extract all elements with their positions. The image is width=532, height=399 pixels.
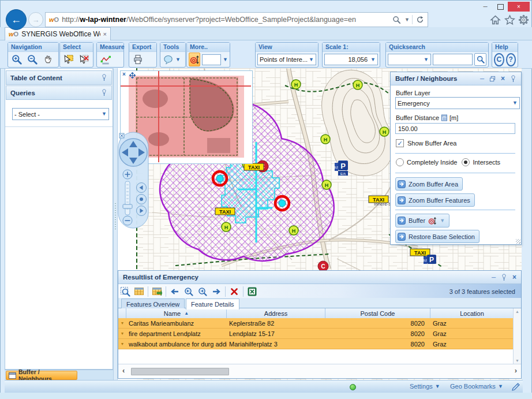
home-icon[interactable]	[490, 14, 501, 25]
show-buffer-area-checkbox[interactable]: ✓	[396, 139, 404, 147]
table-row[interactable]: ▾ walkabout ambulance for durg addict Ma…	[118, 339, 514, 349]
row-menu-icon[interactable]: ▾	[121, 341, 123, 346]
zoom-previous-button[interactable]	[182, 285, 196, 299]
settings-menu[interactable]: Settings▼	[410, 383, 440, 390]
zoom-to-selection-button[interactable]	[118, 285, 132, 299]
view-select[interactable]: Points of Intere... ▼	[257, 54, 316, 65]
print-button[interactable]	[131, 53, 145, 66]
zoom-out-button[interactable]	[25, 53, 39, 66]
overview-close-icon[interactable]: ×	[122, 71, 126, 77]
info-tool-button[interactable]	[162, 53, 174, 66]
clear-selection-button[interactable]	[227, 285, 241, 299]
zoom-buffer-area-button[interactable]: Zoom Buffer Area	[395, 177, 463, 191]
panel-resize-grip[interactable]	[516, 239, 520, 244]
quicksearch-input[interactable]	[433, 54, 473, 65]
show-buffer-area-row[interactable]: ✓ Show Buffer Area	[396, 139, 456, 147]
map-navigation-widget[interactable]	[118, 132, 152, 230]
zoom-next-button[interactable]	[196, 285, 209, 299]
completely-inside-radio[interactable]	[396, 158, 404, 166]
horizontal-scrollbar[interactable]: ‹ ›	[118, 364, 521, 378]
calculator-icon[interactable]	[441, 114, 448, 121]
toc-label: Table of Content	[10, 74, 62, 81]
browser-back-button[interactable]: ←	[6, 9, 27, 30]
scale-input[interactable]: 18,056 ▼	[324, 54, 378, 65]
previous-feature-button[interactable]	[168, 285, 182, 299]
pin-icon[interactable]	[510, 75, 516, 83]
result-table-header[interactable]: Name▲ Address Postal Code Location	[118, 308, 514, 318]
queries-label: Queries	[10, 90, 35, 96]
buffer-tool-button[interactable]	[189, 53, 200, 66]
scroll-down-icon[interactable]: ▼	[515, 359, 519, 364]
help-button[interactable]: ?	[506, 53, 516, 66]
measure-button[interactable]	[99, 53, 113, 66]
vertical-scrollbar[interactable]: ▲ ▼	[513, 308, 521, 364]
window-minimize-button[interactable]: ─	[478, 2, 493, 12]
url-search-icon[interactable]	[392, 16, 401, 24]
panel-minimize-icon[interactable]: ─	[480, 76, 484, 82]
url-bar[interactable]: wO http://w-lap-wintner/WebOffice/synser…	[45, 12, 428, 27]
panel-close-icon[interactable]: ×	[512, 273, 516, 281]
zoom-buffer-features-button[interactable]: Zoom Buffer Features	[395, 193, 475, 207]
quicksearch-go-button[interactable]	[474, 53, 486, 66]
browser-forward-button[interactable]: →	[28, 12, 43, 27]
toolbar-group-help: Help C ?	[492, 42, 518, 68]
export-table-button[interactable]	[150, 285, 164, 299]
sidebar-item-queries[interactable]: Queries	[6, 85, 112, 100]
panel-close-icon[interactable]: ×	[501, 74, 505, 83]
scroll-right-icon[interactable]: ›	[515, 366, 517, 375]
row-menu-icon[interactable]: ▾	[121, 331, 123, 336]
tab-features-overview[interactable]: Features Overview	[121, 299, 185, 309]
zoom-in-button[interactable]	[10, 53, 24, 66]
tab-feature-details[interactable]: Feature Details	[186, 299, 239, 309]
intersects-radio[interactable]	[462, 158, 470, 166]
more-tools-combo[interactable]	[202, 54, 221, 65]
scroll-up-icon[interactable]: ▲	[515, 308, 519, 314]
sidebar-splitter[interactable]	[113, 68, 118, 380]
info-tool-dropdown-icon[interactable]: ▼	[175, 57, 181, 62]
buffer-button[interactable]: Buffer ▼	[395, 214, 449, 228]
url-dropdown-icon[interactable]: ▼	[404, 17, 410, 23]
action-arrow-icon	[398, 233, 406, 241]
panel-restore-icon[interactable]	[489, 76, 496, 82]
overview-move-icon[interactable]	[129, 72, 136, 79]
pin-icon[interactable]	[101, 89, 107, 96]
panel-minimize-icon[interactable]: ─	[492, 274, 496, 281]
pin-icon[interactable]	[101, 74, 107, 81]
browser-window: ─ × ← → wO http://w-lap-wintner/WebOffic…	[0, 0, 532, 399]
sidebar-footer: Buffer / Neighbours	[5, 370, 113, 381]
buffer-layer-select[interactable]: Emergency ▼	[395, 97, 520, 109]
table-row[interactable]: ▾ fire department Lendplatz Lendplatz 15…	[118, 329, 514, 339]
settings-gear-icon[interactable]	[518, 14, 529, 25]
favorites-star-icon[interactable]	[504, 14, 515, 25]
browser-tab[interactable]: wO SYNERGIS WebOffice Web... ×	[5, 27, 111, 40]
restore-base-selection-button[interactable]: Restore Base Selection	[395, 230, 479, 243]
pan-button[interactable]	[41, 53, 55, 66]
geo-bookmarks-menu[interactable]: Geo Bookmarks▼	[450, 383, 503, 390]
window-maximize-button[interactable]	[493, 2, 508, 12]
window-close-button[interactable]: ×	[508, 2, 530, 12]
toolbar-group-navigation: Navigation	[8, 42, 59, 68]
copyright-button[interactable]: C	[494, 53, 504, 66]
sidebar-item-table-of-content[interactable]: Table of Content	[6, 70, 112, 85]
excel-export-button[interactable]	[245, 285, 259, 299]
quicksearch-category-select[interactable]: ▼	[388, 54, 431, 65]
buffer-panel-titlebar[interactable]: Buffer / Neighbours ─ ×	[391, 72, 521, 85]
pin-icon[interactable]	[501, 274, 507, 281]
table-row[interactable]: ▾ Caritas Marieambulanz Keplerstraße 82 …	[118, 318, 514, 329]
svg-text:H: H	[325, 182, 329, 188]
scroll-left-icon[interactable]: ‹	[122, 366, 125, 375]
more-tools-dropdown-icon[interactable]: ▼	[223, 57, 228, 62]
next-feature-button[interactable]	[209, 285, 223, 299]
url-refresh-icon[interactable]	[416, 16, 424, 24]
query-select[interactable]: - Select - ▼	[12, 108, 109, 120]
redline-pen-icon[interactable]	[511, 382, 520, 391]
tab-close-icon[interactable]: ×	[103, 31, 107, 38]
row-menu-icon[interactable]: ▾	[121, 320, 123, 326]
show-table-button[interactable]	[132, 285, 146, 299]
select-features-button[interactable]	[62, 53, 76, 66]
buffer-distance-input[interactable]	[395, 123, 515, 134]
taskbar-buffer-neighbours-button[interactable]: Buffer / Neighbours	[6, 371, 77, 380]
scrollbar-thumb[interactable]	[131, 368, 229, 375]
deselect-features-button[interactable]	[77, 53, 91, 66]
resultlist-titlebar[interactable]: Resultlist of Emergency ─ ×	[118, 271, 521, 284]
